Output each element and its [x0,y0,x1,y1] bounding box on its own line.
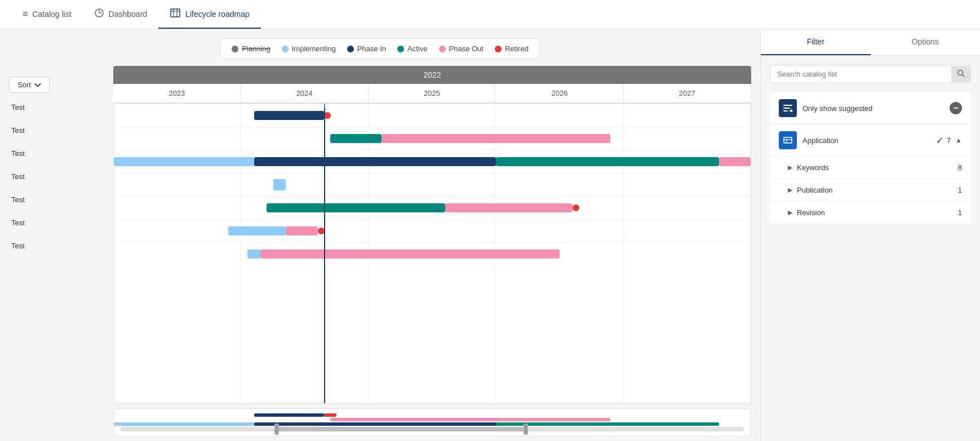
panel-tabs: Filter Options [761,29,980,56]
mini-scroll[interactable] [121,427,744,431]
publication-arrow-icon: ▶ [788,186,792,194]
gantt-year-header: 2022 [113,66,751,84]
svg-line-6 [963,75,965,77]
gantt-month-2026: 2026 [496,84,623,103]
bar-phase-out [445,203,573,212]
gantt-row-6 [114,219,751,242]
gantt-month-headers: 2023 2024 2025 2026 2027 [113,84,751,103]
bar-retired-dot [318,228,325,234]
filter-application-header[interactable]: Application ✓ 7 ▲ [770,124,971,157]
search-input[interactable] [777,70,947,78]
filter-suggested-row: Only show suggested − [770,92,971,124]
panel-body: Only show suggested − Application ✓ 7 [761,56,980,234]
nav-lifecycle-roadmap[interactable]: Lifecycle roadmap [158,0,261,29]
today-pin-icon: 📍 [318,103,331,109]
bar-phase-out [719,157,751,166]
revision-arrow-icon: ▶ [788,209,792,216]
bar-implementing [114,157,254,166]
gantt-row-2 [114,127,751,150]
legend-phase-in: Phase In [347,44,386,53]
legend-retired: Retired [495,44,529,53]
gantt-month-2023: 2023 [113,84,241,103]
list-item: Test [9,211,113,234]
filter-group-application: Application ✓ 7 ▲ ▶ Keywords 8 ▶ Publica… [770,124,971,224]
bar-phase-out [382,134,611,143]
filter-revision[interactable]: ▶ Revision 1 [770,202,971,224]
bar-active [496,157,719,166]
dashboard-icon [94,8,104,20]
legend-phase-out: Phase Out [439,44,484,53]
svg-rect-12 [784,137,792,143]
scroll-left-handle[interactable] [274,424,279,435]
gantt-row-7 [114,242,751,265]
gantt-row-5 [114,196,751,219]
phase-out-dot [439,46,446,52]
search-box [770,65,971,83]
gantt-row-1 [114,104,751,127]
filter-minus-button[interactable]: − [950,102,962,114]
bar-retired-dot [573,204,579,211]
row-labels: Sort Test Test Test Test Test Test Test [9,66,113,441]
right-panel: Filter Options [760,29,980,441]
application-check-icon: ✓ [936,135,943,146]
tab-options[interactable]: Options [871,29,981,55]
list-icon: ≡ [23,9,28,19]
application-filter-icon [779,131,797,149]
bar-phase-in [254,157,496,166]
bar-phase-out [260,250,560,259]
bar-active [267,203,445,212]
bar-implementing [228,226,286,235]
gantt-month-2027: 2027 [624,84,751,103]
gantt-row-3 [114,150,751,173]
list-item: Test [9,95,113,118]
tab-filter[interactable]: Filter [761,29,871,55]
nav-catalog-list[interactable]: ≡ Catalog list [11,0,83,29]
filter-suggested-icon [779,99,797,117]
roadmap-icon [170,8,181,20]
filter-keywords[interactable]: ▶ Keywords 8 [770,157,971,179]
mini-map [113,408,751,436]
filter-publication[interactable]: ▶ Publication 1 [770,179,971,202]
nav-dashboard[interactable]: Dashboard [83,0,159,29]
application-chevron-icon: ▲ [955,136,962,144]
top-navigation: ≡ Catalog list Dashboard Lifecycle roadm… [0,0,980,29]
phase-in-dot [347,46,354,52]
list-item: Test [9,141,113,164]
planning-dot [232,46,238,52]
gantt-chart[interactable]: 2022 2023 2024 2025 2026 2027 [113,66,751,441]
gantt-row-4 [114,173,751,196]
filter-lines-icon [783,104,793,112]
bar-active [330,134,381,143]
legend-implementing: Implementing [282,44,336,53]
bar-implementing-small [273,179,286,190]
scroll-right-handle[interactable] [524,424,528,435]
svg-rect-1 [171,9,180,17]
main-layout: Planning Implementing Phase In Active Ph… [0,29,980,441]
today-line: 📍 [324,104,325,403]
implementing-dot [282,46,289,52]
mini-thumb[interactable] [277,427,526,431]
gantt-body: 📍 [113,103,751,404]
chart-area: Planning Implementing Phase In Active Ph… [0,29,760,441]
search-button[interactable] [951,66,970,82]
active-dot [397,46,404,52]
gantt-month-2025: 2025 [369,84,496,103]
list-item: Test [9,188,113,211]
keywords-arrow-icon: ▶ [788,164,792,171]
chevron-down-icon [34,82,41,88]
sort-button[interactable]: Sort [9,77,50,93]
legend-active: Active [397,44,427,53]
gantt-wrapper: Sort Test Test Test Test Test Test Test [9,66,751,441]
legend-planning: Planning [232,44,271,53]
list-item: Test [9,164,113,188]
bar-phase-out [286,226,318,235]
label-rows: Test Test Test Test Test Test Test [9,95,113,257]
bar-implementing [247,250,260,259]
list-item: Test [9,234,113,257]
app-filter-icon [783,136,793,144]
legend: Planning Implementing Phase In Active Ph… [220,38,540,59]
sort-area: Sort [9,66,113,95]
list-item: Test [9,118,113,141]
bar-phase-in [254,111,324,120]
retired-dot [495,46,502,52]
